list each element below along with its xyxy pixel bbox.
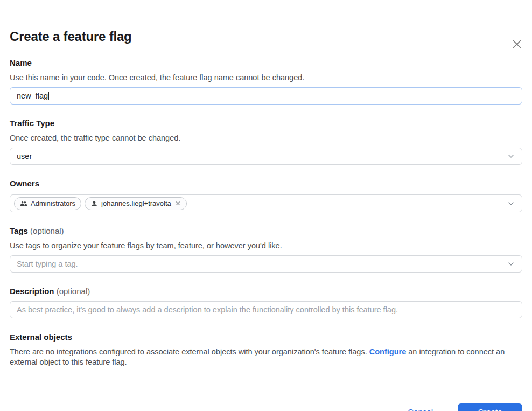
tags-select[interactable]: Start typing a tag.: [10, 255, 522, 273]
modal-footer: Cancel Create: [408, 403, 522, 411]
remove-owner-button[interactable]: [175, 200, 181, 206]
description-label-text: Description: [10, 287, 54, 296]
name-label: Name: [10, 58, 522, 68]
description-placeholder: As best practice, it's good to always ad…: [17, 305, 398, 314]
name-input[interactable]: new_flag: [10, 87, 522, 105]
chevron-down-icon: [507, 199, 515, 208]
external-objects-text: There are no integrations configured to …: [10, 347, 522, 367]
chevron-down-icon: [507, 152, 515, 161]
name-input-value: new_flag: [17, 92, 48, 100]
text-cursor: [48, 92, 49, 100]
owners-chips: Administrators johannes.liegl+travolta: [14, 197, 187, 210]
tags-placeholder: Start typing a tag.: [17, 260, 78, 268]
close-button[interactable]: [510, 38, 523, 51]
description-label: Description (optional): [10, 286, 522, 296]
traffic-type-value: user: [17, 152, 32, 161]
create-feature-flag-modal: Create a feature flag Name Use this name…: [0, 29, 532, 411]
chevron-down-icon: [507, 260, 515, 268]
description-input[interactable]: As best practice, it's good to always ad…: [10, 301, 522, 318]
group-icon: [20, 200, 27, 207]
tags-help-text: Use tags to organize your feature flags …: [10, 241, 522, 250]
tags-label-text: Tags: [10, 226, 28, 235]
owner-chip-label: johannes.liegl+travolta: [101, 199, 171, 207]
tags-optional-text: (optional): [30, 226, 64, 235]
name-help-text: Use this name in your code. Once created…: [10, 73, 522, 82]
close-icon: [511, 38, 523, 50]
person-icon: [90, 200, 98, 207]
cancel-button[interactable]: Cancel: [408, 407, 433, 411]
traffic-type-help-text: Once created, the traffic type cannot be…: [10, 133, 522, 143]
create-button[interactable]: Create: [458, 403, 522, 411]
external-objects-label: External objects: [10, 332, 522, 342]
owner-chip-user[interactable]: johannes.liegl+travolta: [85, 197, 187, 210]
description-optional-text: (optional): [57, 287, 90, 296]
tags-label: Tags (optional): [10, 226, 522, 236]
owners-select[interactable]: Administrators johannes.liegl+travolta: [10, 194, 522, 212]
owner-chip-label: Administrators: [31, 199, 75, 207]
owner-chip-administrators[interactable]: Administrators: [14, 197, 81, 210]
configure-link[interactable]: Configure: [369, 347, 406, 356]
external-objects-text-before: There are no integrations configured to …: [10, 347, 369, 356]
traffic-type-label: Traffic Type: [10, 118, 522, 128]
owners-label: Owners: [10, 178, 522, 189]
traffic-type-select[interactable]: user: [10, 148, 522, 165]
modal-title: Create a feature flag: [10, 29, 522, 44]
